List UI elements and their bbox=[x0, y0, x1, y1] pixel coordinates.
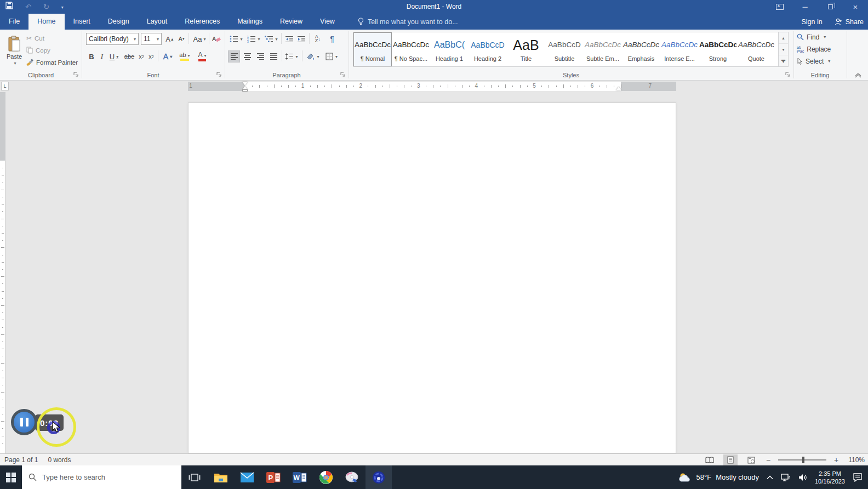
strikethrough-icon[interactable]: abe bbox=[122, 50, 136, 62]
word-count[interactable]: 0 words bbox=[48, 456, 71, 464]
style-card-subtle-em-[interactable]: AaBbCcDcSubtle Em... bbox=[584, 32, 622, 66]
clear-formatting-icon[interactable]: A bbox=[211, 33, 222, 45]
zoom-slider[interactable] bbox=[778, 459, 826, 460]
tab-insert[interactable]: Insert bbox=[65, 14, 99, 30]
style-card--no-spac-[interactable]: AaBbCcDc¶ No Spac... bbox=[392, 32, 430, 66]
bold-icon[interactable]: B bbox=[87, 50, 96, 62]
left-indent-marker[interactable] bbox=[242, 89, 248, 92]
italic-icon[interactable]: I bbox=[98, 50, 106, 62]
clipboard-dialog-launcher-icon[interactable] bbox=[73, 72, 79, 77]
highlight-color-icon[interactable]: ab▾ bbox=[176, 50, 193, 62]
style-card-title[interactable]: AaBTitle bbox=[507, 32, 545, 66]
document-page[interactable] bbox=[188, 103, 676, 453]
zoom-in-icon[interactable]: + bbox=[833, 456, 840, 464]
recorder-pause-button[interactable] bbox=[11, 409, 37, 435]
file-explorer-button[interactable] bbox=[208, 465, 234, 489]
tab-view[interactable]: View bbox=[311, 14, 344, 30]
numbering-icon[interactable]: 123▾ bbox=[245, 33, 262, 45]
tell-me-box[interactable]: Tell me what you want to do... bbox=[358, 14, 458, 30]
start-button[interactable] bbox=[0, 465, 22, 489]
tab-file[interactable]: File bbox=[0, 14, 28, 30]
font-color-icon[interactable]: A▾ bbox=[195, 50, 210, 62]
first-line-indent-marker[interactable] bbox=[242, 82, 248, 86]
format-painter-button[interactable]: Format Painter bbox=[26, 57, 78, 67]
paste-button[interactable]: Paste ▾ bbox=[3, 32, 25, 69]
collapse-ribbon-icon[interactable] bbox=[855, 73, 861, 78]
bullets-icon[interactable]: ▾ bbox=[228, 33, 244, 45]
page-count[interactable]: Page 1 of 1 bbox=[4, 456, 38, 464]
restore-icon[interactable] bbox=[818, 0, 843, 14]
chrome-button[interactable] bbox=[313, 465, 339, 489]
read-mode-icon[interactable] bbox=[703, 454, 717, 465]
horizontal-ruler[interactable]: 11234567 bbox=[188, 82, 676, 91]
tab-design[interactable]: Design bbox=[99, 14, 138, 30]
style-card-heading-1[interactable]: AaBbC(Heading 1 bbox=[430, 32, 469, 66]
underline-icon[interactable]: U▾ bbox=[107, 50, 121, 62]
styles-more-icon[interactable]: ▬▼ bbox=[779, 55, 788, 66]
share-button[interactable]: Share bbox=[835, 18, 864, 26]
increase-indent-icon[interactable] bbox=[295, 33, 307, 45]
align-left-icon[interactable] bbox=[228, 50, 240, 62]
zoom-slider-thumb[interactable] bbox=[802, 457, 804, 463]
network-icon[interactable] bbox=[781, 474, 791, 481]
print-layout-icon[interactable] bbox=[723, 454, 738, 465]
tab-mailings[interactable]: Mailings bbox=[229, 14, 271, 30]
vertical-ruler[interactable] bbox=[0, 92, 5, 453]
task-view-button[interactable] bbox=[181, 465, 208, 489]
copy-button[interactable]: Copy bbox=[26, 45, 50, 55]
style-card-intense-e-[interactable]: AaBbCcDcIntense E... bbox=[660, 32, 699, 66]
find-button[interactable]: Find▾ bbox=[797, 32, 826, 42]
taskbar-search[interactable]: Type here to search bbox=[22, 465, 181, 489]
select-button[interactable]: Select▾ bbox=[797, 56, 830, 66]
weather-widget[interactable]: 58°F Mostly cloudy bbox=[678, 472, 759, 483]
tab-home[interactable]: Home bbox=[28, 14, 64, 30]
sign-in-button[interactable]: Sign in bbox=[801, 18, 822, 26]
borders-icon[interactable]: ▾ bbox=[323, 50, 340, 62]
recorder-disc-button[interactable] bbox=[339, 465, 366, 489]
close-icon[interactable]: × bbox=[843, 0, 868, 14]
style-card-quote[interactable]: AaBbCcDcQuote bbox=[737, 32, 775, 66]
font-name-combo[interactable]: Calibri (Body)▾ bbox=[86, 33, 139, 45]
action-center-icon[interactable] bbox=[853, 473, 863, 482]
style-card-heading-2[interactable]: AaBbCcDHeading 2 bbox=[469, 32, 507, 66]
sort-icon[interactable]: AZ↓ bbox=[311, 33, 324, 45]
recorder-app-button[interactable] bbox=[366, 465, 392, 489]
tab-review[interactable]: Review bbox=[271, 14, 311, 30]
text-effects-icon[interactable]: A▾ bbox=[161, 50, 175, 62]
multilevel-list-icon[interactable]: ▾ bbox=[263, 33, 279, 45]
mail-button[interactable] bbox=[234, 465, 260, 489]
show-paragraph-marks-icon[interactable]: ¶ bbox=[327, 33, 338, 45]
style-card-subtitle[interactable]: AaBbCcDSubtitle bbox=[545, 32, 584, 66]
align-right-icon[interactable] bbox=[254, 50, 266, 62]
tab-selector[interactable]: L bbox=[1, 82, 9, 90]
paragraph-dialog-launcher-icon[interactable] bbox=[340, 72, 346, 77]
font-dialog-launcher-icon[interactable] bbox=[216, 72, 222, 77]
powerpoint-button[interactable]: P bbox=[260, 465, 287, 489]
cut-button[interactable]: ✂ Cut bbox=[26, 33, 44, 43]
font-size-combo[interactable]: 11▾ bbox=[141, 33, 162, 45]
styles-scroll-down-icon[interactable]: ▼ bbox=[779, 44, 788, 55]
line-spacing-icon[interactable]: ▾ bbox=[284, 50, 299, 62]
shrink-font-icon[interactable]: A▾ bbox=[176, 33, 187, 45]
shading-icon[interactable]: ▾ bbox=[305, 50, 321, 62]
zoom-out-icon[interactable]: − bbox=[765, 456, 772, 464]
style-card-strong[interactable]: AaBbCcDcStrong bbox=[699, 32, 737, 66]
decrease-indent-icon[interactable] bbox=[283, 33, 295, 45]
align-center-icon[interactable] bbox=[241, 50, 253, 62]
ribbon-display-options-icon[interactable] bbox=[767, 0, 792, 14]
tray-chevron-up-icon[interactable] bbox=[767, 475, 773, 480]
grow-font-icon[interactable]: A▲ bbox=[164, 33, 176, 45]
styles-dialog-launcher-icon[interactable] bbox=[785, 72, 791, 77]
web-layout-icon[interactable] bbox=[744, 454, 758, 465]
subscript-icon[interactable]: x2 bbox=[136, 50, 146, 62]
justify-icon[interactable] bbox=[267, 50, 279, 62]
volume-icon[interactable] bbox=[798, 474, 807, 481]
tab-layout[interactable]: Layout bbox=[138, 14, 176, 30]
style-card--normal[interactable]: AaBbCcDc¶ Normal bbox=[353, 32, 392, 66]
zoom-level[interactable]: 110% bbox=[846, 456, 865, 464]
change-case-icon[interactable]: Aa▾ bbox=[191, 33, 208, 45]
styles-scroll-up-icon[interactable]: ▲ bbox=[779, 32, 788, 44]
tab-references[interactable]: References bbox=[176, 14, 229, 30]
replace-button[interactable]: ab⇄ac Replace bbox=[797, 44, 831, 54]
minimize-icon[interactable]: ─ bbox=[792, 0, 818, 14]
